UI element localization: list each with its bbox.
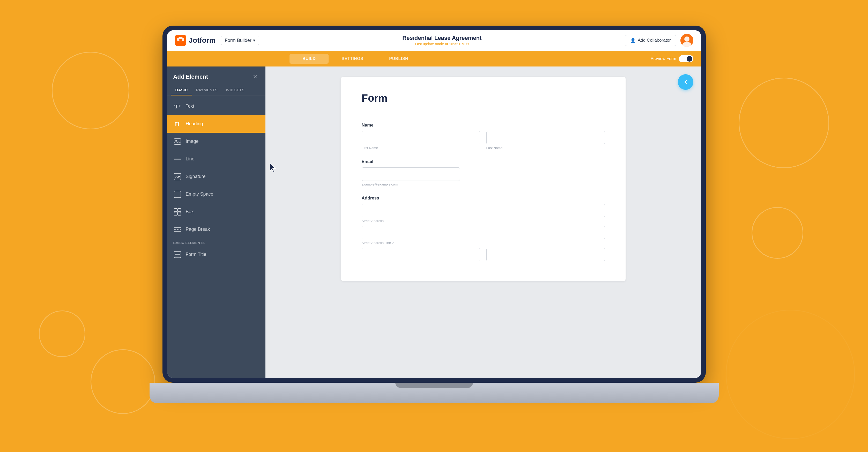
nav-tabs: BUILD SETTINGS PUBLISH [289, 54, 421, 64]
sidebar-item-image-label: Image [186, 139, 199, 144]
title-area: Residential Lease Agreement Last update … [259, 35, 625, 46]
sidebar-item-box[interactable]: Box [167, 203, 266, 221]
refresh-icon: ↻ [466, 42, 469, 46]
back-icon [682, 78, 689, 86]
user-plus-icon: 👤 [630, 38, 636, 43]
form-group-email: Email example@example.com [362, 159, 605, 186]
logo-text: Jotform [189, 36, 216, 44]
city-input[interactable] [362, 248, 480, 261]
sidebar-tab-basic[interactable]: BASIC [171, 85, 192, 95]
avatar[interactable] [680, 34, 693, 47]
email-input[interactable] [362, 168, 460, 181]
sidebar-item-text-label: Text [186, 103, 194, 109]
last-update-label: Last update made at 16:32 PM [415, 42, 464, 46]
sidebar-header: Add Element ✕ [167, 66, 266, 85]
sidebar-item-empty-space-label: Empty Space [186, 191, 213, 197]
main-content: Add Element ✕ BASIC PAYMENTS WIDGETS [167, 66, 701, 378]
name-row: First Name Last Name [362, 131, 605, 150]
last-name-hint: Last Name [486, 146, 605, 150]
form-builder-button[interactable]: Form Builder ▾ [221, 36, 259, 45]
last-name-field-wrapper: Last Name [486, 131, 605, 150]
street-address-line2-input[interactable] [362, 226, 605, 239]
last-name-input[interactable] [486, 131, 605, 144]
right-area: 👤 Add Collaborator [625, 34, 693, 47]
sidebar-item-heading-label: Heading [186, 121, 203, 126]
image-icon [173, 138, 182, 146]
street-address-input[interactable] [362, 204, 605, 217]
sidebar-tab-payments[interactable]: PAYMENTS [192, 85, 222, 95]
form-canvas: Form Name First Name [266, 66, 701, 378]
sidebar-item-page-break[interactable]: Page Break [167, 221, 266, 238]
svg-rect-12 [174, 209, 177, 212]
form-group-address: Address Street Address Street Address Li… [362, 195, 605, 261]
add-collaborator-button[interactable]: 👤 Add Collaborator [625, 35, 676, 46]
svg-rect-11 [174, 191, 181, 198]
preview-toggle-switch[interactable] [679, 55, 693, 62]
form-card: Form Name First Name [341, 77, 626, 281]
sidebar-item-signature[interactable]: Signature [167, 168, 266, 185]
svg-rect-15 [178, 212, 181, 215]
tab-settings[interactable]: SETTINGS [329, 54, 376, 64]
signature-icon [173, 173, 182, 181]
sidebar-item-text[interactable]: T T Text [167, 97, 266, 115]
sidebar-item-box-label: Box [186, 209, 194, 214]
svg-rect-7 [174, 139, 181, 144]
first-name-hint: First Name [362, 146, 480, 150]
toggle-knob [687, 56, 692, 62]
sidebar-title: Add Element [173, 73, 208, 80]
sidebar-item-empty-space[interactable]: Empty Space [167, 185, 266, 203]
sidebar-items-list: T T Text H [167, 95, 266, 378]
svg-text:T: T [178, 104, 181, 108]
chevron-down-icon: ▾ [253, 37, 255, 43]
top-bar: Jotform Form Builder ▾ Residential Lease… [167, 30, 701, 51]
first-name-field-wrapper: First Name [362, 131, 480, 150]
laptop-base [150, 383, 719, 403]
svg-point-2 [684, 36, 689, 42]
street-address-line2-hint: Street Address Line 2 [362, 241, 605, 245]
nav-bar: BUILD SETTINGS PUBLISH Preview Form [167, 51, 701, 66]
email-label: Email [362, 159, 605, 164]
avatar-image [680, 34, 693, 47]
name-label: Name [362, 123, 605, 128]
sidebar-tab-widgets[interactable]: WIDGETS [222, 85, 249, 95]
svg-rect-10 [174, 173, 181, 180]
preview-form-label: Preview Form [651, 56, 676, 61]
sidebar-item-image[interactable]: Image [167, 133, 266, 150]
add-collaborator-label: Add Collaborator [638, 38, 671, 43]
sidebar-item-heading[interactable]: H Heading [167, 115, 266, 133]
close-sidebar-button[interactable]: ✕ [251, 73, 259, 81]
tab-publish[interactable]: PUBLISH [376, 54, 421, 64]
form-title-text: Residential Lease Agreement [259, 35, 625, 41]
svg-point-8 [176, 140, 177, 142]
last-update-text: Last update made at 16:32 PM ↻ [259, 42, 625, 46]
heading-icon: H [173, 120, 182, 128]
sidebar-item-form-title[interactable]: Form Title [167, 246, 266, 263]
sidebar-tabs: BASIC PAYMENTS WIDGETS [167, 85, 266, 95]
sidebar-item-form-title-label: Form Title [186, 252, 207, 257]
email-hint: example@example.com [362, 182, 605, 186]
address-label: Address [362, 195, 605, 201]
empty-space-icon [173, 190, 182, 199]
address-city-state-row [362, 248, 605, 261]
tab-build[interactable]: BUILD [289, 54, 329, 64]
first-name-input[interactable] [362, 131, 480, 144]
page-break-icon [173, 225, 182, 234]
preview-toggle-area: Preview Form [651, 55, 693, 62]
svg-rect-13 [178, 209, 181, 212]
laptop-notch [395, 383, 473, 388]
sidebar-item-signature-label: Signature [186, 174, 206, 179]
jotform-logo-icon [175, 35, 186, 46]
svg-text:T: T [175, 103, 178, 110]
svg-text:H: H [175, 121, 179, 127]
form-group-name: Name First Name Last Name [362, 123, 605, 150]
box-icon [173, 208, 182, 216]
back-button[interactable] [678, 74, 693, 90]
svg-rect-14 [174, 212, 177, 215]
sidebar-item-line[interactable]: Line [167, 150, 266, 168]
form-builder-label: Form Builder [225, 38, 251, 43]
sidebar-item-line-label: Line [186, 156, 194, 162]
basic-elements-section-label: BASIC ELEMENTS [167, 238, 266, 246]
sidebar: Add Element ✕ BASIC PAYMENTS WIDGETS [167, 66, 266, 378]
state-input[interactable] [486, 248, 605, 261]
line-icon [173, 155, 182, 163]
